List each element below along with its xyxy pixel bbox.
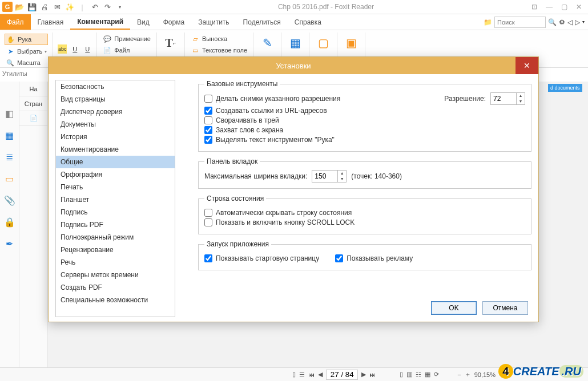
chk-ads[interactable]: [335, 254, 343, 262]
folder-search-icon[interactable]: 📁: [484, 18, 492, 26]
ribbon-min-icon[interactable]: ⊡: [527, 1, 541, 13]
security-icon[interactable]: 🔒: [4, 216, 15, 228]
zoom-out-icon[interactable]: −: [457, 371, 461, 378]
pref-category-item[interactable]: Речь: [56, 256, 175, 269]
tab-width-input[interactable]: [312, 171, 337, 182]
cancel-button[interactable]: Отмена: [482, 301, 528, 315]
pref-category-item[interactable]: Печать: [56, 181, 175, 193]
chk-url-links[interactable]: [204, 107, 212, 115]
highlight-icon[interactable]: abc: [58, 44, 67, 54]
select-tool[interactable]: ➤Выбрать▾: [5, 46, 48, 56]
tab-home[interactable]: Главная: [31, 14, 71, 30]
area-tool[interactable]: ▦: [286, 34, 304, 52]
stamp-tool[interactable]: ▣: [342, 34, 360, 52]
pref-category-item[interactable]: Вид страницы: [56, 93, 175, 106]
close-icon[interactable]: ✕: [572, 1, 586, 13]
pages-icon[interactable]: ▦: [4, 129, 15, 141]
zoom-in-icon[interactable]: ＋: [465, 370, 471, 379]
tab-protect[interactable]: Защитить: [191, 14, 236, 30]
layout1-icon[interactable]: ▯: [400, 371, 403, 378]
email-icon[interactable]: ✉: [53, 2, 62, 11]
chk-start-page[interactable]: [204, 254, 212, 262]
pref-category-item[interactable]: Безопасность: [56, 80, 175, 93]
pencil-tool[interactable]: ✎: [258, 34, 276, 52]
next-page-icon[interactable]: ▶: [361, 371, 366, 378]
file-attach-tool[interactable]: 📄Файл: [102, 45, 152, 55]
new-icon[interactable]: ✨: [65, 2, 74, 11]
tab-comment[interactable]: Комментарий: [70, 14, 130, 30]
view-cont-icon[interactable]: ☰: [299, 371, 305, 378]
maximize-icon[interactable]: ▢: [557, 1, 571, 13]
pref-category-item[interactable]: Создать PDF: [56, 281, 175, 294]
pref-category-item[interactable]: Планшет: [56, 193, 175, 206]
save-icon[interactable]: 💾: [27, 2, 37, 11]
note-tool[interactable]: 💬Примечание: [102, 34, 152, 44]
pref-category-item[interactable]: Орфография: [56, 168, 175, 181]
chk-tray[interactable]: [204, 116, 212, 124]
prev-icon[interactable]: ◁: [567, 18, 573, 26]
chk-autohide-status[interactable]: [204, 209, 212, 217]
spinner-down-icon[interactable]: ▼: [517, 99, 525, 104]
panel-tab-pages[interactable]: Стран: [19, 96, 47, 111]
shape-tool[interactable]: ▢: [314, 34, 332, 52]
zoom-tool[interactable]: 🔍Масшта: [5, 58, 48, 68]
tab-file[interactable]: Файл: [0, 14, 31, 30]
layout3-icon[interactable]: ☷: [416, 371, 421, 378]
pref-category-item[interactable]: Общие: [56, 156, 175, 168]
layout4-icon[interactable]: ▦: [425, 371, 430, 378]
panel-tab-start[interactable]: На: [19, 82, 47, 96]
print-icon[interactable]: 🖨: [40, 2, 49, 11]
last-page-icon[interactable]: ⏭: [369, 371, 376, 378]
pref-category-item[interactable]: Комментирование: [56, 143, 175, 156]
pref-category-item[interactable]: Полноэкранный режим: [56, 231, 175, 244]
page-input[interactable]: [326, 370, 358, 380]
textbox-tool[interactable]: ▭Текстовое поле: [190, 45, 248, 55]
pref-category-item[interactable]: Документы: [56, 118, 175, 131]
spinner-down-icon[interactable]: ▼: [338, 176, 346, 182]
pref-category-item[interactable]: Подпись PDF: [56, 218, 175, 231]
chk-scroll-lock[interactable]: [204, 218, 212, 226]
pref-category-item[interactable]: Подпись: [56, 206, 175, 218]
resolution-spinner[interactable]: ▲▼: [490, 92, 525, 105]
pref-category-item[interactable]: Серверы меток времени: [56, 269, 175, 281]
chk-hand-select[interactable]: [204, 136, 212, 144]
first-page-icon[interactable]: ⏮: [308, 371, 315, 378]
underline2-icon[interactable]: U: [83, 44, 92, 54]
minimize-icon[interactable]: —: [542, 1, 556, 13]
pref-category-item[interactable]: Специальные возможности: [56, 294, 175, 306]
ok-button[interactable]: OK: [431, 301, 477, 315]
pref-category-item[interactable]: Диспетчер доверия: [56, 106, 175, 118]
chk-snapshot-resolution[interactable]: [204, 95, 212, 103]
dropdown-icon[interactable]: ▾: [582, 19, 585, 25]
underline-icon[interactable]: U: [70, 44, 79, 54]
tab-share[interactable]: Поделиться: [236, 14, 288, 30]
spinner-up-icon[interactable]: ▲: [338, 171, 346, 176]
signatures-icon[interactable]: ✒: [4, 238, 15, 249]
chk-screen-word[interactable]: [204, 126, 212, 134]
pref-category-item[interactable]: Рецензирование: [56, 244, 175, 256]
tab-width-spinner[interactable]: ▲▼: [312, 170, 347, 183]
rotate-icon[interactable]: ⟳: [434, 371, 439, 378]
tab-help[interactable]: Справка: [288, 14, 328, 30]
undo-icon[interactable]: ↶: [90, 2, 99, 11]
open-icon[interactable]: 📂: [15, 2, 24, 11]
layers-icon[interactable]: ≣: [4, 151, 15, 163]
tab-view[interactable]: Вид: [130, 14, 156, 30]
hand-tool[interactable]: ✋Рука: [5, 34, 48, 45]
layout2-icon[interactable]: ▥: [406, 371, 412, 378]
typewriter-tool[interactable]: T⌐: [162, 34, 180, 52]
next-icon[interactable]: ▷: [575, 18, 580, 26]
callout-tool[interactable]: ▱Выноска: [190, 34, 248, 44]
tab-form[interactable]: Форма: [156, 14, 191, 30]
preferences-category-list[interactable]: БезопасностьВид страницыДиспетчер довери…: [55, 80, 175, 317]
qat-dropdown-icon[interactable]: ▾: [115, 2, 124, 11]
dialog-close-button[interactable]: ✕: [515, 57, 538, 74]
bookmarks-icon[interactable]: ◧: [4, 108, 15, 119]
view-single-icon[interactable]: ▯: [292, 371, 296, 378]
search-input[interactable]: [494, 17, 546, 28]
pref-category-item[interactable]: История: [56, 131, 175, 143]
search-icon[interactable]: 🔍: [548, 18, 557, 26]
prev-page-icon[interactable]: ◀: [318, 371, 323, 378]
gear-icon[interactable]: ⚙: [559, 18, 565, 26]
attachments-icon[interactable]: 📎: [4, 194, 15, 206]
